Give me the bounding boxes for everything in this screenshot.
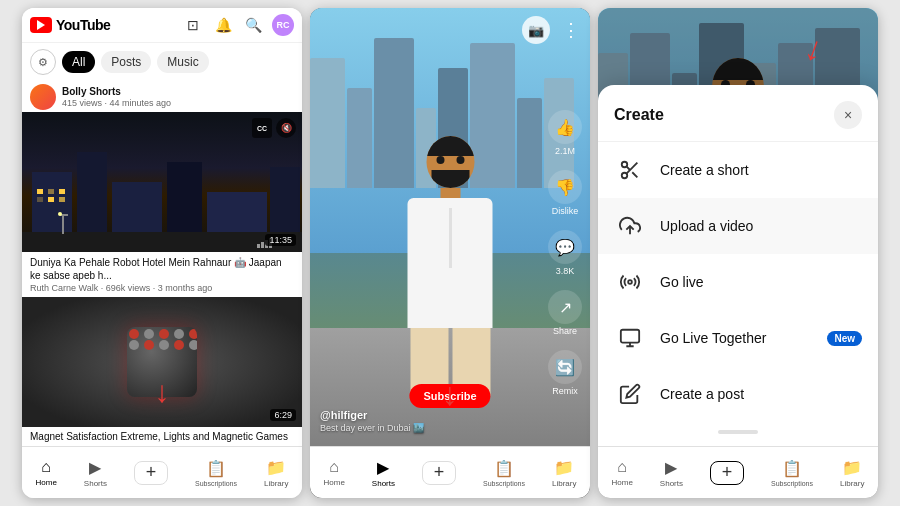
bell-icon[interactable]: 🔔 (212, 14, 234, 36)
nav-library-p2[interactable]: 📁 Library (552, 458, 576, 488)
nav-library[interactable]: 📁 Library (264, 458, 288, 488)
subscriptions-label-p2: Subscriptions (483, 480, 525, 487)
channel-name-label: @hilfiger (320, 409, 540, 421)
nav-shorts-p3[interactable]: ▶ Shorts (660, 458, 683, 488)
nav-home-p2[interactable]: ⌂ Home (324, 458, 345, 487)
phone1-header: YouTube ⊡ 🔔 🔍 RC (22, 8, 302, 43)
phone3-bottom-nav: ⌂ Home ▶ Shorts + 📋 Subscriptions 📁 Libr… (598, 446, 878, 498)
shorts-container: 📷 ⋮ 👍 2.1M 👎 Dislike 💬 3.8K ↗ Share 🔄 (310, 8, 590, 498)
shorts-caption: Best day ever in Dubai 🏙️ (320, 423, 540, 433)
create-short-label: Create a short (660, 162, 862, 178)
monitor-icon (614, 322, 646, 354)
scroll-indicator (718, 430, 758, 434)
channel-info-bar: Bolly Shorts 415 views · 44 minutes ago (22, 81, 302, 112)
dislike-icon: 👎 (548, 170, 582, 204)
library-icon: 📁 (266, 458, 286, 477)
nav-home-p3[interactable]: ⌂ Home (612, 458, 633, 487)
tab-all[interactable]: All (62, 51, 95, 73)
share-icon: ↗ (548, 290, 582, 324)
video-thumbnail-1[interactable]: 🔇 CC 11:35 (22, 112, 302, 252)
nav-subscriptions-p2[interactable]: 📋 Subscriptions (483, 459, 525, 487)
home-icon: ⌂ (41, 458, 51, 476)
upload-video-item[interactable]: Upload a video (598, 198, 878, 254)
nav-shorts[interactable]: ▶ Shorts (84, 458, 107, 488)
filter-tabs: ⚙ All Posts Music (22, 43, 302, 81)
create-modal-title: Create (614, 106, 664, 124)
phone-2: 📷 ⋮ 👍 2.1M 👎 Dislike 💬 3.8K ↗ Share 🔄 (310, 8, 590, 498)
create-plus-icon: + (134, 461, 168, 485)
upload-icon (614, 210, 646, 242)
nav-home[interactable]: ⌂ Home (36, 458, 57, 487)
shorts-header: 📷 ⋮ (310, 8, 590, 52)
comment-count: 3.8K (556, 266, 575, 276)
video1-title: Duniya Ka Pehale Robot Hotel Mein Rahnau… (30, 256, 294, 282)
tab-posts[interactable]: Posts (101, 51, 151, 73)
nav-create-p3[interactable]: + (710, 461, 744, 485)
kebab-menu-icon[interactable]: ⋮ (562, 19, 580, 41)
close-button[interactable]: × (834, 101, 862, 129)
share-button[interactable]: ↗ Share (548, 290, 582, 336)
comment-button[interactable]: 💬 3.8K (548, 230, 582, 276)
subscriptions-icon-p3: 📋 (782, 459, 802, 478)
like-icon: 👍 (548, 110, 582, 144)
create-post-item[interactable]: Create a post (598, 366, 878, 422)
search-icon[interactable]: 🔍 (242, 14, 264, 36)
mute-button[interactable]: 🔇 (276, 118, 296, 138)
channel-info: @hilfiger Best day ever in Dubai 🏙️ (320, 409, 540, 433)
video-duration: 11:35 (265, 234, 296, 246)
red-arrow-phone1: ↓ (155, 377, 170, 407)
video2-title: Magnet Satisfaction Extreme, Lights and … (30, 431, 294, 442)
cast-icon[interactable]: ⊡ (182, 14, 204, 36)
subscriptions-icon-p2: 📋 (494, 459, 514, 478)
create-short-item[interactable]: Create a short (598, 142, 878, 198)
subscriptions-label-p3: Subscriptions (771, 480, 813, 487)
go-live-together-item[interactable]: Go Live Together New (598, 310, 878, 366)
header-icons: ⊡ 🔔 🔍 RC (182, 14, 294, 36)
channel-avatar (30, 84, 56, 110)
nav-create[interactable]: + (134, 461, 168, 485)
avatar[interactable]: RC (272, 14, 294, 36)
dislike-button[interactable]: 👎 Dislike (548, 170, 582, 216)
shorts-icon: ▶ (89, 458, 101, 477)
like-button[interactable]: 👍 2.1M (548, 110, 582, 156)
nav-home-label: Home (36, 478, 57, 487)
nav-home-label-p2: Home (324, 478, 345, 487)
phone-1: YouTube ⊡ 🔔 🔍 RC ⚙ All Posts Music Bolly… (22, 8, 302, 498)
go-live-together-label: Go Live Together (660, 330, 813, 346)
remix-button[interactable]: 🔄 Remix (548, 350, 582, 396)
video-thumbnail-2[interactable]: ↓ 6:29 (22, 297, 302, 427)
subscriptions-icon: 📋 (206, 459, 226, 478)
library-label-p3: Library (840, 479, 864, 488)
shorts-icon-p2: ▶ (377, 458, 389, 477)
nav-shorts-label-p3: Shorts (660, 479, 683, 488)
upload-video-label: Upload a video (660, 218, 862, 234)
post-icon (614, 378, 646, 410)
nav-subscriptions-p3[interactable]: 📋 Subscriptions (771, 459, 813, 487)
home-icon-p2: ⌂ (329, 458, 339, 476)
nav-shorts-label: Shorts (84, 479, 107, 488)
home-icon-p3: ⌂ (617, 458, 627, 476)
phone2-bottom-nav: ⌂ Home ▶ Shorts + 📋 Subscriptions 📁 Libr… (310, 446, 590, 498)
svg-rect-7 (621, 330, 639, 343)
library-icon-p2: 📁 (554, 458, 574, 477)
video1-description: Duniya Ka Pehale Robot Hotel Mein Rahnau… (22, 252, 302, 297)
create-post-label: Create a post (660, 386, 862, 402)
cc-button[interactable]: CC (252, 118, 272, 138)
go-live-item[interactable]: Go live (598, 254, 878, 310)
tab-music[interactable]: Music (157, 51, 208, 73)
go-live-label: Go live (660, 274, 862, 290)
camera-icon[interactable]: 📷 (522, 16, 550, 44)
phone-3: ↓ Create × Create a short (598, 8, 878, 498)
channel-name: Bolly Shorts (62, 86, 294, 98)
nav-subscriptions[interactable]: 📋 Subscriptions (195, 459, 237, 487)
svg-point-0 (622, 162, 628, 168)
filter-icon[interactable]: ⚙ (30, 49, 56, 75)
library-label-p2: Library (552, 479, 576, 488)
nav-shorts-p2[interactable]: ▶ Shorts (372, 458, 395, 488)
svg-point-1 (622, 173, 628, 179)
nav-create-p2[interactable]: + (422, 461, 456, 485)
modal-header: Create × (598, 101, 878, 142)
nav-library-p3[interactable]: 📁 Library (840, 458, 864, 488)
nav-subscriptions-label: Subscriptions (195, 480, 237, 487)
nav-library-label: Library (264, 479, 288, 488)
